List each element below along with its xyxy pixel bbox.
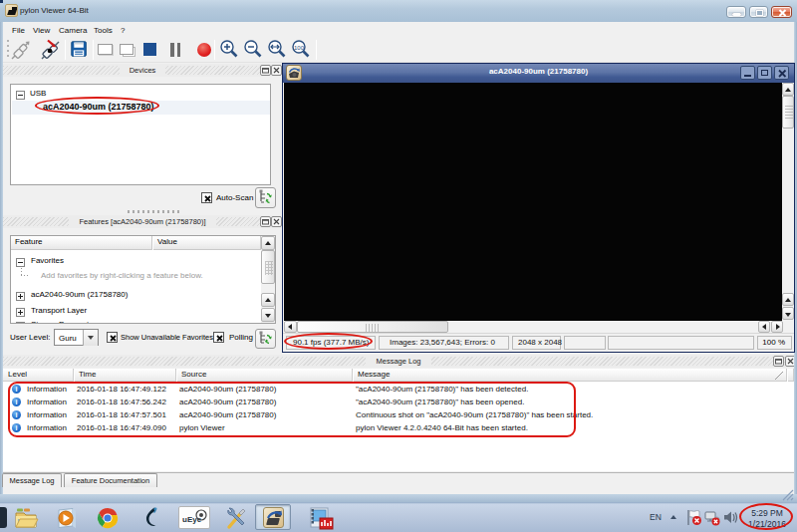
- svg-text:100: 100: [294, 45, 305, 51]
